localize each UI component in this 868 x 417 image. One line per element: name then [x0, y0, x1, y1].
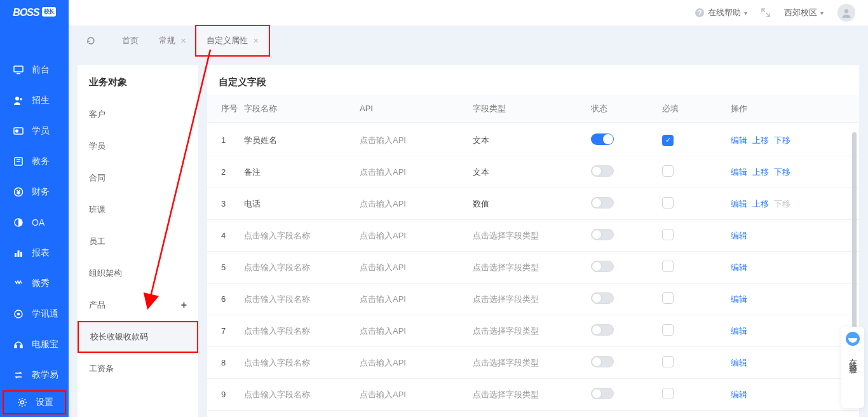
edit-link[interactable]: 编辑 — [731, 167, 747, 177]
cell-field-type[interactable]: 点击选择字段类型 — [473, 294, 591, 305]
cell-field-name[interactable]: 点击输入字段名称 — [244, 230, 360, 242]
cell-field-type[interactable]: 点击选择字段类型 — [473, 230, 591, 242]
close-icon[interactable]: ✕ — [253, 37, 259, 45]
sidebar-item-jiaoxue[interactable]: 教学易 — [0, 360, 69, 390]
expand-icon[interactable] — [761, 8, 770, 17]
cell-field-name[interactable]: 点击输入字段名称 — [244, 294, 360, 305]
cell-field-type[interactable]: 点击选择字段类型 — [473, 357, 591, 369]
sidebar-item-frontdesk[interactable]: 前台 — [0, 55, 69, 85]
edit-link[interactable]: 编辑 — [731, 390, 747, 399]
nav: 前台 招生 学员 教务 财务 OA 报表 微秀 学讯通 电服宝 教学易 设置 — [0, 55, 69, 414]
cell-field-name[interactable]: 备注 — [244, 167, 360, 178]
cell-field-type[interactable]: 点击选择字段类型 — [473, 325, 591, 337]
required-checkbox[interactable] — [662, 292, 674, 304]
cell-api[interactable]: 点击输入API — [360, 325, 473, 337]
tab-general[interactable]: 常规 ✕ — [149, 26, 196, 55]
required-checkbox[interactable] — [662, 261, 674, 272]
required-checkbox[interactable] — [662, 165, 674, 177]
cell-api[interactable]: 点击输入API — [360, 389, 473, 400]
cell-field-type[interactable]: 点击选择字段类型 — [473, 262, 591, 273]
cell-api[interactable]: 点击输入API — [360, 262, 473, 273]
status-toggle[interactable] — [591, 324, 614, 336]
svg-rect-3 — [14, 66, 23, 72]
sidebar-item-settings[interactable]: 设置 — [3, 390, 66, 414]
sidebar-item-student[interactable]: 学员 — [0, 116, 69, 146]
required-checkbox[interactable] — [662, 388, 674, 399]
cell-field-type[interactable]: 文本 — [473, 167, 591, 178]
status-toggle[interactable] — [591, 197, 614, 208]
edit-link[interactable]: 编辑 — [731, 199, 747, 208]
chevron-down-icon: ▾ — [820, 10, 824, 17]
cell-api[interactable]: 点击输入API — [360, 357, 473, 369]
status-toggle[interactable] — [591, 229, 614, 240]
move-up-link[interactable]: 上移 — [752, 199, 769, 208]
status-toggle[interactable] — [591, 261, 614, 272]
biz-item-org[interactable]: 组织架构 — [78, 257, 198, 289]
required-checkbox[interactable]: ✓ — [662, 135, 674, 146]
sidebar-item-weixiu[interactable]: 微秀 — [0, 268, 69, 299]
biz-item-customer[interactable]: 客户 — [78, 99, 198, 130]
biz-item-contract[interactable]: 合同 — [78, 162, 198, 194]
biz-item-payment-qr[interactable]: 校长收银收款码 — [78, 321, 198, 353]
required-checkbox[interactable] — [662, 229, 674, 240]
plus-icon[interactable]: + — [181, 299, 187, 311]
edit-link[interactable]: 编辑 — [731, 231, 747, 240]
status-toggle[interactable] — [591, 133, 614, 145]
cell-status — [591, 388, 662, 401]
cell-field-name[interactable]: 点击输入字段名称 — [244, 389, 360, 400]
sidebar-item-report[interactable]: 报表 — [0, 238, 69, 268]
campus-selector[interactable]: 西郊校区 ▾ — [784, 7, 824, 18]
sidebar-item-recruit[interactable]: 招生 — [0, 85, 69, 116]
table-row: 2备注点击输入API文本编辑上移下移 — [207, 156, 859, 188]
cell-field-name[interactable]: 点击输入字段名称 — [244, 357, 360, 369]
sidebar-item-xuexun[interactable]: 学讯通 — [0, 299, 69, 329]
sidebar-item-finance[interactable]: 财务 — [0, 177, 69, 207]
biz-item-salary[interactable]: 工资条 — [78, 353, 198, 385]
edit-link[interactable]: 编辑 — [731, 135, 747, 145]
close-icon[interactable]: ✕ — [180, 37, 186, 45]
sidebar-item-teach[interactable]: 教务 — [0, 146, 69, 177]
move-up-link[interactable]: 上移 — [752, 167, 769, 177]
status-toggle[interactable] — [591, 388, 614, 399]
biz-item-student[interactable]: 学员 — [78, 130, 198, 162]
cell-api[interactable]: 点击输入API — [360, 135, 473, 146]
biz-item-class[interactable]: 班课 — [78, 194, 198, 226]
cell-field-type[interactable]: 点击选择字段类型 — [473, 389, 591, 400]
required-checkbox[interactable] — [662, 197, 674, 208]
cell-api[interactable]: 点击输入API — [360, 198, 473, 210]
required-checkbox[interactable] — [662, 324, 674, 336]
status-toggle[interactable] — [591, 165, 614, 177]
edit-link[interactable]: 编辑 — [731, 358, 747, 367]
status-toggle[interactable] — [591, 356, 614, 367]
status-toggle[interactable] — [591, 292, 614, 304]
cell-field-name[interactable]: 点击输入字段名称 — [244, 325, 360, 337]
tab-home[interactable]: 首页 — [112, 26, 149, 55]
required-checkbox[interactable] — [662, 356, 674, 367]
cell-field-name[interactable]: 点击输入字段名称 — [244, 262, 360, 273]
help-link[interactable]: ? 在线帮助 ▾ — [695, 7, 747, 18]
cell-field-type[interactable]: 文本 — [473, 135, 591, 146]
svg-rect-12 — [18, 250, 20, 257]
sidebar-item-dianfu[interactable]: 电服宝 — [0, 329, 69, 360]
move-up-link[interactable]: 上移 — [752, 135, 769, 145]
cell-api[interactable]: 点击输入API — [360, 230, 473, 242]
reload-icon[interactable] — [81, 31, 100, 50]
sidebar-item-oa[interactable]: OA — [0, 207, 69, 238]
edit-link[interactable]: 编辑 — [731, 263, 747, 272]
biz-item-product[interactable]: 产品+ — [78, 289, 198, 321]
cell-field-name[interactable]: 学员姓名 — [244, 135, 360, 146]
move-down-link[interactable]: 下移 — [774, 167, 790, 177]
floating-help[interactable]: 在线客服 — [841, 327, 864, 408]
edit-link[interactable]: 编辑 — [731, 294, 747, 304]
cell-field-name[interactable]: 电话 — [244, 198, 360, 210]
edit-link[interactable]: 编辑 — [731, 326, 747, 336]
cell-field-type[interactable]: 数值 — [473, 198, 591, 210]
cell-api[interactable]: 点击输入API — [360, 294, 473, 305]
scrollbar-thumb[interactable] — [852, 132, 857, 348]
avatar[interactable] — [837, 4, 855, 22]
tab-custom-attrs[interactable]: 自定义属性 ✕ — [196, 26, 269, 55]
biz-item-staff[interactable]: 员工 — [78, 226, 198, 257]
cell-api[interactable]: 点击输入API — [360, 167, 473, 178]
sidebar: BOSS 校长 前台 招生 学员 教务 财务 OA 报表 微秀 学讯通 电服宝 … — [0, 0, 69, 417]
move-down-link[interactable]: 下移 — [774, 135, 790, 145]
